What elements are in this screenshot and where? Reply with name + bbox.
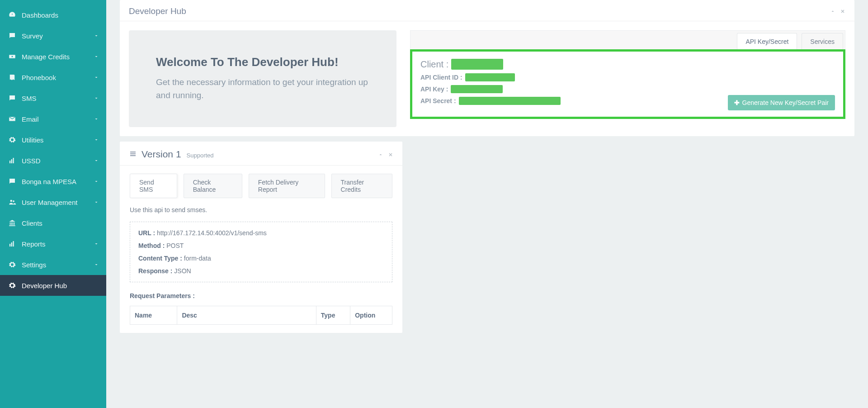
method-label: Method : [138, 242, 165, 249]
chevron-down-icon [94, 33, 99, 38]
close-icon[interactable] [388, 152, 393, 157]
sidebar-item-label: Developer Hub [22, 282, 67, 289]
gear-icon [7, 281, 17, 289]
panel-header: Developer Hub [120, 0, 854, 21]
version-status: Supported [187, 152, 214, 159]
chevron-down-icon [94, 262, 99, 267]
tab-transfer-credits[interactable]: Transfer Credits [331, 174, 392, 198]
api-tabs: Send SMS Check Balance Fetch Delivery Re… [130, 174, 392, 198]
book-icon [7, 73, 17, 81]
content-type-label: Content Type : [138, 255, 182, 262]
chevron-down-icon [94, 54, 99, 59]
sidebar-item-reports[interactable]: Reports [0, 233, 106, 254]
col-option: Option [350, 306, 392, 324]
creds-api-key: API Key : [420, 85, 835, 93]
sidebar-item-developer-hub[interactable]: Developer Hub [0, 275, 106, 296]
tab-api-key-secret[interactable]: API Key/Secret [737, 33, 797, 50]
sidebar-item-settings[interactable]: Settings [0, 254, 106, 275]
generate-button-label: Generate New Key/Secret Pair [742, 99, 829, 106]
users-icon [7, 198, 17, 206]
chevron-down-icon [94, 116, 99, 122]
panel-title: Developer Hub [129, 6, 186, 16]
tab-send-sms[interactable]: Send SMS [130, 174, 177, 198]
chevron-down-icon [94, 137, 99, 142]
response-value: JSON [174, 267, 191, 275]
response-label: Response : [138, 267, 172, 275]
collapse-icon[interactable] [378, 152, 383, 157]
url-label: URL : [138, 229, 155, 237]
svg-rect-10 [130, 152, 136, 152]
tab-services[interactable]: Services [802, 33, 843, 50]
sidebar-item-utilities[interactable]: Utilities [0, 129, 106, 150]
client-id-label: API Client ID : [420, 74, 462, 81]
svg-point-6 [13, 200, 14, 202]
sidebar-item-label: User Management [22, 199, 77, 206]
detail-content-type: Content Type : form-data [138, 255, 384, 262]
panel-tools [830, 9, 845, 14]
money-icon [7, 52, 17, 61]
table-header-row: Name Desc Type Option [130, 306, 392, 324]
chevron-down-icon [94, 158, 99, 163]
welcome-box: Welcome To The Developer Hub! Get the ne… [129, 30, 396, 127]
api-secret-value-redacted [459, 97, 561, 105]
sidebar-item-label: SMS [22, 95, 37, 102]
sidebar-item-label: Dashboards [22, 11, 58, 19]
col-name: Name [130, 306, 177, 324]
client-label: Client : [420, 59, 448, 70]
generate-key-secret-button[interactable]: ✚ Generate New Key/Secret Pair [728, 95, 835, 110]
bars-icon [7, 240, 17, 248]
sidebar: Dashboards Survey Manage Credits Phonebo… [0, 0, 106, 408]
sidebar-item-survey[interactable]: Survey [0, 25, 106, 46]
tab-fetch-delivery-report[interactable]: Fetch Delivery Report [249, 174, 325, 198]
version-header: Version 1 Supported [120, 142, 402, 166]
svg-rect-8 [11, 242, 12, 247]
api-intro: Use this api to send smses. [130, 206, 392, 213]
close-icon[interactable] [840, 9, 845, 14]
version-panel: Version 1 Supported Send SMS Check Balan… [120, 142, 402, 333]
svg-rect-9 [13, 241, 14, 247]
client-value-redacted [451, 59, 503, 70]
sidebar-item-user-management[interactable]: User Management [0, 192, 106, 213]
api-key-value-redacted [451, 85, 503, 93]
gauge-icon [7, 11, 17, 19]
developer-hub-panel: Developer Hub Welcome To The Developer H… [120, 0, 854, 136]
creds-client-id: API Client ID : [420, 73, 835, 81]
url-value: http://167.172.14.50:4002/v1/send-sms [157, 229, 267, 237]
detail-method: Method : POST [138, 242, 384, 249]
chevron-down-icon [94, 179, 99, 184]
sidebar-item-sms[interactable]: SMS [0, 88, 106, 109]
gear-icon [7, 136, 17, 144]
credentials-box: Client : API Client ID : API Key : [410, 49, 845, 119]
sidebar-item-email[interactable]: Email [0, 109, 106, 129]
chat-icon [7, 32, 17, 40]
sidebar-item-clients[interactable]: Clients [0, 213, 106, 233]
request-params-heading: Request Parameters : [130, 292, 392, 299]
sidebar-item-label: Clients [22, 219, 42, 227]
api-details-box: URL : http://167.172.14.50:4002/v1/send-… [130, 222, 392, 282]
bars-icon [7, 157, 17, 165]
sidebar-item-ussd[interactable]: USSD [0, 150, 106, 171]
bank-icon [7, 219, 17, 227]
menu-bars-icon[interactable] [129, 150, 137, 157]
tab-check-balance[interactable]: Check Balance [184, 174, 242, 198]
sidebar-item-label: Utilities [22, 136, 43, 144]
welcome-heading: Welcome To The Developer Hub! [156, 55, 369, 69]
sidebar-item-phonebook[interactable]: Phonebook [0, 67, 106, 88]
svg-rect-3 [11, 159, 12, 163]
sidebar-item-label: Reports [22, 240, 46, 248]
sidebar-item-label: Phonebook [22, 74, 56, 81]
chat-icon [7, 177, 17, 185]
sidebar-item-label: USSD [22, 157, 41, 165]
main-content: Developer Hub Welcome To The Developer H… [106, 0, 868, 408]
sidebar-item-dashboards[interactable]: Dashboards [0, 5, 106, 25]
svg-rect-2 [9, 161, 10, 163]
svg-point-5 [10, 200, 13, 202]
detail-response: Response : JSON [138, 267, 384, 275]
api-secret-label: API Secret : [420, 97, 456, 104]
sidebar-item-manage-credits[interactable]: Manage Credits [0, 46, 106, 67]
svg-rect-4 [13, 158, 14, 163]
collapse-icon[interactable] [830, 9, 835, 14]
welcome-subtext: Get the necessary information to get you… [156, 76, 369, 102]
mail-icon [7, 115, 17, 123]
sidebar-item-bonga-mpesa[interactable]: Bonga na MPESA [0, 171, 106, 192]
